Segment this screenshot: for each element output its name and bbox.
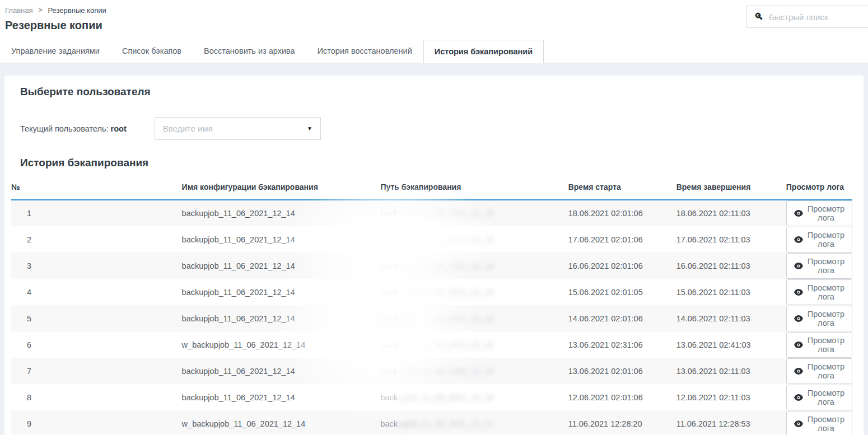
table-header: №Имя конфигурации бэкапированияПуть бэка… (11, 175, 852, 200)
eye-icon (794, 315, 803, 322)
end-time: 17.06.2021 02:11:03 (676, 226, 786, 252)
view-log-button[interactable]: Просмотр лога (786, 358, 852, 384)
view-log-label: Просмотр лога (808, 283, 844, 301)
tab[interactable]: Управление заданиями (0, 39, 111, 63)
table-body: 1 backupjob_11_06_2021_12_14 backupjob_1… (11, 200, 852, 435)
view-log-button[interactable]: Просмотр лога (786, 227, 852, 252)
eye-icon (794, 342, 803, 348)
user-select-placeholder: Введите имя (163, 124, 307, 133)
table-row: 9 w_backupjob_11_06_2021_12_14 backupjob… (11, 410, 852, 435)
view-log-button[interactable]: Просмотр лога (786, 332, 852, 358)
view-log-label: Просмотр лога (808, 415, 844, 433)
start-time: 11.06.2021 12:28:20 (568, 410, 676, 435)
row-number: 8 (11, 384, 182, 410)
table-row: 8 backupjob_11_06_2021_12_14 backupjob_1… (11, 384, 852, 410)
log-cell: Просмотр лога (786, 358, 852, 384)
tab[interactable]: Восстановить из архива (193, 39, 306, 63)
backup-path-redacted: upjob_11_06_2021_12_14 (398, 288, 494, 297)
row-number: 6 (11, 331, 182, 358)
row-number: 9 (11, 410, 182, 435)
view-log-button[interactable]: Просмотр лога (786, 385, 852, 410)
log-cell: Просмотр лога (786, 279, 852, 305)
table-row: 5 backupjob_11_06_2021_12_14 backupjob_1… (11, 305, 852, 331)
backup-path-redacted: upjob_11_06_2021_12_14 (398, 393, 494, 402)
breadcrumb-current: Резервные копии (48, 6, 106, 15)
log-cell: Просмотр лога (786, 384, 852, 410)
backup-path-visible: back (380, 288, 398, 297)
start-time: 16.06.2021 02:01:06 (568, 252, 676, 279)
search-input[interactable] (769, 12, 868, 22)
log-cell: Просмотр лога (786, 331, 852, 358)
view-log-button[interactable]: Просмотр лога (786, 411, 852, 435)
log-cell: Просмотр лога (786, 252, 852, 279)
backup-path-redacted: upjob_11_06_2021_12_14 (398, 261, 494, 270)
history-heading: История бэкапирования (20, 157, 848, 169)
backup-path: backupjob_11_06_2021_12_14 (380, 252, 568, 279)
breadcrumb-home-link[interactable]: Главная (5, 6, 32, 15)
view-log-label: Просмотр лога (808, 362, 844, 380)
view-log-label: Просмотр лога (808, 231, 844, 249)
backup-path-redacted: upjob_11_06_2021_12_14 (398, 235, 494, 244)
backup-path-redacted: upjob_11_06_2021_12_14 (398, 367, 494, 376)
start-time: 17.06.2021 02:01:06 (568, 226, 676, 252)
start-time: 15.06.2021 02:01:05 (568, 279, 676, 305)
tab[interactable]: Список бэкапов (111, 39, 193, 63)
column-header: Просмотр лога (786, 175, 852, 200)
eye-icon (794, 210, 803, 217)
row-number: 4 (11, 279, 182, 305)
column-header: Время старта (568, 175, 676, 200)
view-log-button[interactable]: Просмотр лога (786, 253, 852, 279)
view-log-button[interactable]: Просмотр лога (786, 306, 852, 331)
user-select-dropdown[interactable]: Введите имя ▼ (155, 117, 321, 140)
table-row: 3 backupjob_11_06_2021_12_14 backupjob_1… (11, 252, 852, 279)
view-log-button[interactable]: Просмотр лога (786, 279, 852, 305)
config-name: w_backupjob_11_06_2021_12_14 (182, 331, 381, 358)
backup-path-redacted: upjob_11_06_2021_12_14 (398, 314, 494, 323)
view-log-label: Просмотр лога (808, 204, 844, 222)
backup-path: backupjob_11_06_2021_12_14 (380, 226, 568, 252)
backup-path-visible: back (380, 261, 398, 270)
current-user-value: root (111, 124, 127, 133)
table-row: 7 backupjob_11_06_2021_12_14 backupjob_1… (11, 358, 852, 384)
eye-icon (794, 420, 803, 427)
config-name: backupjob_11_06_2021_12_14 (182, 252, 381, 279)
backup-path: backupjob_11_06_2021_12_14 (380, 305, 568, 331)
config-name: backupjob_11_06_2021_12_14 (182, 384, 381, 410)
view-log-label: Просмотр лога (808, 257, 844, 275)
row-number: 1 (11, 200, 182, 226)
config-name: backupjob_11_06_2021_12_14 (182, 226, 381, 252)
backup-path: backupjob_11_06_2021_12_14 (380, 410, 568, 435)
backup-path-redacted: upjob_11_06_2021_12_14 (398, 209, 494, 218)
backup-path-redacted: upjob_11_06_2021_12_14 (398, 340, 494, 349)
end-time: 13.06.2021 02:41:03 (676, 331, 786, 358)
end-time: 15.06.2021 02:11:03 (676, 279, 786, 305)
log-cell: Просмотр лога (786, 226, 852, 252)
backup-path-visible: back (380, 209, 398, 218)
table-row: 4 backupjob_11_06_2021_12_14 backupjob_1… (11, 279, 852, 305)
current-user-label-text: Текущий пользователь: (20, 124, 109, 133)
tab[interactable]: История восстановлений (306, 39, 423, 63)
tab-bar: Управление заданиями Список бэкапов Восс… (0, 39, 868, 63)
breadcrumb-separator-icon: > (38, 6, 42, 14)
end-time: 13.06.2021 02:11:03 (676, 358, 786, 384)
end-time: 14.06.2021 02:11:03 (676, 305, 786, 331)
quick-search[interactable]: 🔍︎ (746, 6, 868, 28)
view-log-label: Просмотр лога (808, 336, 844, 354)
tab[interactable]: История бэкапирований (423, 40, 544, 63)
eye-icon (794, 368, 803, 375)
view-log-label: Просмотр лога (808, 389, 844, 406)
row-number: 7 (11, 358, 182, 384)
table-row: 2 backupjob_11_06_2021_12_14 backupjob_1… (11, 226, 852, 252)
backup-history-table: №Имя конфигурации бэкапированияПуть бэка… (11, 175, 852, 435)
backup-path: backupjob_11_06_2021_12_14 (380, 384, 568, 410)
page-title: Резервные копии (5, 19, 868, 32)
log-cell: Просмотр лога (786, 305, 852, 331)
content-panel: Выберите пользователя Текущий пользовате… (4, 76, 864, 435)
eye-icon (794, 289, 803, 296)
table-row: 1 backupjob_11_06_2021_12_14 backupjob_1… (11, 200, 852, 226)
select-user-heading: Выберите пользователя (20, 86, 848, 98)
content-area: Выберите пользователя Текущий пользовате… (0, 63, 868, 435)
end-time: 18.06.2021 02:11:03 (676, 200, 786, 226)
view-log-button[interactable]: Просмотр лога (786, 200, 852, 226)
eye-icon (794, 394, 803, 401)
